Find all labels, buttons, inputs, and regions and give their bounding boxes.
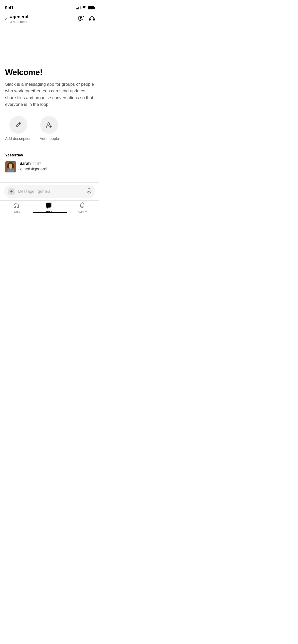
message-text: joined #general. <box>19 166 94 172</box>
channel-name: #general <box>10 14 28 20</box>
avatar <box>5 161 16 172</box>
home-label: Home <box>13 210 20 213</box>
activity-icon <box>79 202 85 209</box>
message-item: Sarah 22:57 joined #general. <box>5 161 94 177</box>
home-indicator <box>33 212 67 213</box>
status-bar: 9:41 <box>0 0 99 12</box>
main-content: Welcome! Slack is a messaging app for gr… <box>0 27 99 180</box>
status-icons <box>76 6 94 10</box>
add-description-circle <box>9 116 27 134</box>
nav-left: ‹ #general 3 Members <box>4 14 28 24</box>
tab-home[interactable]: Home <box>9 201 24 214</box>
nav-right <box>78 15 95 23</box>
yesterday-section: Yesterday <box>5 151 94 177</box>
channel-info: #general 3 Members <box>10 14 28 24</box>
welcome-section: Welcome! Slack is a messaging app for gr… <box>5 27 94 177</box>
tab-activity[interactable]: Activity <box>74 201 91 214</box>
home-icon <box>13 202 19 209</box>
welcome-description: Slack is a messaging app for groups of p… <box>5 81 94 108</box>
activity-label: Activity <box>78 210 87 213</box>
svg-rect-18 <box>10 168 11 169</box>
mic-icon[interactable] <box>87 188 92 195</box>
status-time: 9:41 <box>5 5 13 10</box>
wifi-icon <box>82 6 86 10</box>
yesterday-label: Yesterday <box>5 153 94 157</box>
add-description-button[interactable]: Add description <box>5 116 31 141</box>
add-people-circle <box>40 116 58 134</box>
svg-point-16 <box>12 164 14 168</box>
add-description-label: Add description <box>5 136 31 141</box>
headphones-icon[interactable] <box>89 15 95 23</box>
message-time: 22:57 <box>33 162 41 166</box>
welcome-title: Welcome! <box>5 68 94 77</box>
action-buttons: Add description Add people <box>5 116 94 141</box>
plus-button[interactable]: + <box>8 188 15 195</box>
svg-rect-7 <box>93 19 94 20</box>
add-people-button[interactable]: Add people <box>39 116 59 141</box>
message-header: Sarah 22:57 <box>19 161 94 166</box>
svg-rect-19 <box>88 188 90 192</box>
new-post-icon[interactable] <box>78 15 85 23</box>
nav-header: ‹ #general 3 Members <box>0 12 99 27</box>
dms-icon <box>45 202 52 210</box>
message-input-row: + Message #general <box>4 185 95 198</box>
svg-rect-22 <box>82 207 83 208</box>
back-button[interactable]: ‹ <box>4 15 8 23</box>
svg-rect-6 <box>89 19 90 20</box>
message-content: Sarah 22:57 joined #general. <box>19 161 94 172</box>
channel-members: 3 Members <box>10 20 28 24</box>
svg-point-15 <box>7 164 9 168</box>
message-input[interactable]: Message #general <box>18 189 84 194</box>
battery-icon <box>88 6 94 9</box>
svg-point-9 <box>47 123 50 125</box>
add-people-label: Add people <box>39 136 59 141</box>
svg-line-8 <box>19 123 20 124</box>
message-sender: Sarah <box>19 161 31 166</box>
signal-bars-icon <box>76 6 80 9</box>
message-input-container: + Message #general <box>0 182 99 200</box>
svg-point-14 <box>9 164 13 168</box>
